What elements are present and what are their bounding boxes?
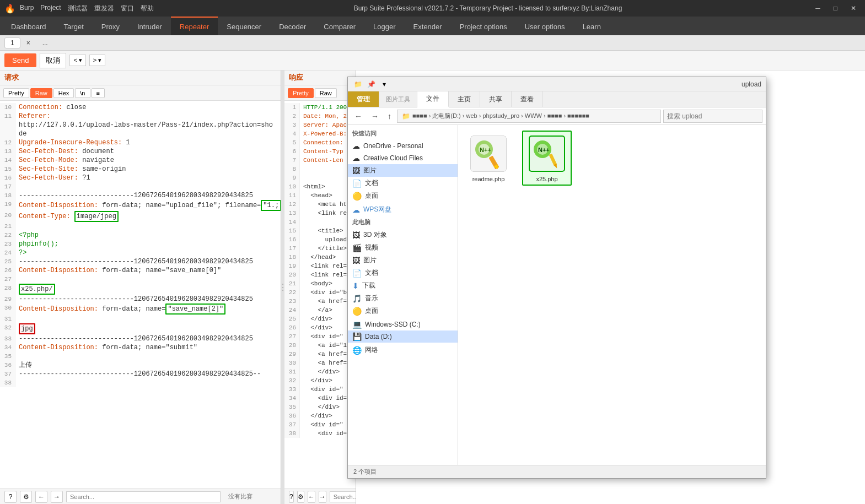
ribbon-pin-btn[interactable]: 📌 [366, 79, 377, 90]
response-forward-icon[interactable]: → [319, 491, 326, 503]
maximize-button[interactable]: □ [829, 4, 842, 12]
title-bar: 🔥 Burp Project 测试器 重发器 窗口 帮助 Burp Suite … [0, 0, 865, 17]
code-line: 30 Content-Disposition: form-data; name=… [0, 304, 281, 315]
sub-tab-close[interactable]: × [20, 37, 36, 48]
code-line: 15 Sec-Fetch-Site: same-origin [0, 165, 281, 174]
sidebar-item-download[interactable]: ⬇ 下载 [348, 279, 458, 292]
response-help-icon[interactable]: ? [289, 491, 294, 503]
code-line: 11 Referer: [0, 112, 281, 121]
code-line: 36 上传 [0, 361, 281, 370]
sub-tab-bar: 1 × ... [0, 35, 865, 51]
explorer-body: 快速访问 ☁ OneDrive - Personal ☁ Creative Cl… [348, 125, 766, 465]
ribbon-tab-file[interactable]: 文件 [417, 91, 449, 107]
nav-left-button[interactable]: < ▾ [69, 55, 85, 66]
menu-burp[interactable]: Burp [20, 4, 34, 13]
ribbon-tab-share[interactable]: 共享 [480, 91, 512, 107]
tab-project-options[interactable]: Project options [451, 17, 516, 35]
sidebar-item-onedrive[interactable]: ☁ OneDrive - Personal [348, 140, 458, 152]
sidebar-item-music[interactable]: 🎵 音乐 [348, 292, 458, 305]
close-button[interactable]: ✕ [846, 4, 861, 12]
tab-intruder[interactable]: Intruder [128, 17, 171, 35]
ribbon-dropdown-btn[interactable]: ▾ [379, 79, 390, 90]
svg-text:N++: N++ [538, 147, 550, 153]
sidebar-item-network[interactable]: 🌐 网络 [348, 344, 458, 356]
response-search-input[interactable] [330, 491, 356, 502]
request-hex-btn[interactable]: Hex [53, 88, 74, 98]
ribbon-tab-home[interactable]: 主页 [449, 91, 480, 107]
sidebar-item-doc[interactable]: 📄 文档 [348, 267, 458, 279]
sidebar-item-d-drive[interactable]: 💾 Data (D:) [348, 330, 458, 343]
sidebar-item-desktop[interactable]: 🟡 桌面 [348, 189, 458, 202]
sidebar-item-desktop2[interactable]: 🟡 桌面 [348, 305, 458, 317]
response-code-area[interactable]: 1HTTP/1.1 200 2Date: Mon, 2 3Server: Apa… [284, 101, 356, 489]
wps-icon: ☁ [352, 205, 360, 214]
sidebar-item-3d[interactable]: 🖼 3D 对象 [348, 229, 458, 241]
response-back-icon[interactable]: ← [308, 491, 315, 503]
computer-header: 此电脑 [348, 216, 458, 229]
tab-learn[interactable]: Learn [574, 17, 610, 35]
address-path[interactable]: 📁 ■■■■ › 此电脑(D:) › web › phpstudy_pro › … [397, 110, 661, 123]
menu-help[interactable]: 帮助 [141, 4, 154, 13]
sidebar-item-creative-cloud[interactable]: ☁ Creative Cloud Files [348, 152, 458, 164]
code-line: 32 jpg [0, 323, 281, 334]
file-item-x25[interactable]: N++ x25.php [522, 131, 572, 186]
tab-extender[interactable]: Extender [405, 17, 451, 35]
request-code-area[interactable]: 10 Connection: close 11 Referer: http://… [0, 101, 281, 489]
tab-proxy[interactable]: Proxy [93, 17, 128, 35]
tab-logger[interactable]: Logger [364, 17, 404, 35]
request-format-toolbar: Pretty Raw Hex \n ≡ [0, 85, 281, 101]
response-raw-btn[interactable]: Raw [315, 88, 337, 98]
menu-bar[interactable]: Burp Project 测试器 重发器 窗口 帮助 [20, 4, 154, 13]
menu-window[interactable]: 窗口 [121, 4, 134, 13]
explorer-search-input[interactable] [663, 110, 762, 123]
menu-test[interactable]: 测试器 [68, 4, 88, 13]
request-menu-btn[interactable]: ≡ [92, 88, 105, 98]
ribbon-tab-view[interactable]: 查看 [512, 91, 543, 107]
request-raw-btn[interactable]: Raw [30, 88, 52, 98]
minimize-button[interactable]: ─ [811, 4, 825, 12]
sidebar-item-pic[interactable]: 🖼 图片 [348, 254, 458, 267]
tab-decoder[interactable]: Decoder [270, 17, 315, 35]
request-pretty-btn[interactable]: Pretty [3, 88, 29, 98]
cancel-button[interactable]: 取消 [40, 53, 66, 68]
tab-dashboard[interactable]: Dashboard [2, 17, 55, 35]
sidebar-item-wps[interactable]: ☁ WPS网盘 [348, 203, 458, 216]
response-settings-icon[interactable]: ⚙ [297, 491, 304, 503]
tab-repeater[interactable]: Repeater [171, 17, 218, 35]
nav-up-arrow[interactable]: ↑ [384, 110, 395, 122]
nav-back-arrow[interactable]: ← [351, 110, 366, 122]
nav-forward-arrow[interactable]: → [368, 110, 382, 122]
tab-sequencer[interactable]: Sequencer [218, 17, 270, 35]
response-pretty-btn[interactable]: Pretty [288, 88, 314, 98]
tab-comparer[interactable]: Comparer [315, 17, 364, 35]
request-back-icon[interactable]: ← [35, 491, 47, 503]
menu-resend[interactable]: 重发器 [94, 4, 114, 13]
code-line: 24 ?> [0, 248, 281, 257]
sidebar-item-documents[interactable]: 📄 文档 [348, 177, 458, 189]
request-forward-icon[interactable]: → [51, 491, 63, 503]
request-settings-icon[interactable]: ⚙ [20, 491, 32, 503]
request-panel: 请求 Pretty Raw Hex \n ≡ 10 Connection: cl… [0, 71, 281, 504]
file-item-readme[interactable]: N++ readme.php [464, 131, 513, 186]
sidebar-item-video[interactable]: 🎬 视频 [348, 241, 458, 254]
response-panel: 响应 Pretty Raw 1HTTP/1.1 200 2Date: Mon, … [284, 71, 356, 504]
request-search-input[interactable] [66, 491, 221, 502]
request-help-icon[interactable]: ? [4, 491, 17, 503]
window-controls[interactable]: ─ □ ✕ [811, 4, 861, 12]
code-line: 35 [0, 352, 281, 361]
nav-right-button[interactable]: > ▾ [89, 55, 105, 66]
sidebar-item-c-drive[interactable]: 💻 Windows-SSD (C:) [348, 318, 458, 330]
pictures-label: 图片 [363, 166, 377, 175]
sub-tab-1[interactable]: 1 [4, 37, 20, 48]
download-label: 下载 [362, 281, 375, 290]
menu-project[interactable]: Project [40, 4, 61, 13]
ribbon-icon-btn[interactable]: 📁 [352, 79, 363, 90]
sidebar-item-pictures[interactable]: 🖼 图片 [348, 164, 458, 177]
ribbon-tab-manage[interactable]: 管理 [348, 91, 379, 107]
sub-tab-more[interactable]: ... [36, 37, 54, 48]
response-bottom-bar: ? ⚙ ← → 没有比赛 [284, 489, 356, 504]
tab-target[interactable]: Target [55, 17, 93, 35]
request-newline-btn[interactable]: \n [75, 88, 90, 98]
tab-user-options[interactable]: User options [516, 17, 574, 35]
send-button[interactable]: Send [4, 53, 36, 67]
